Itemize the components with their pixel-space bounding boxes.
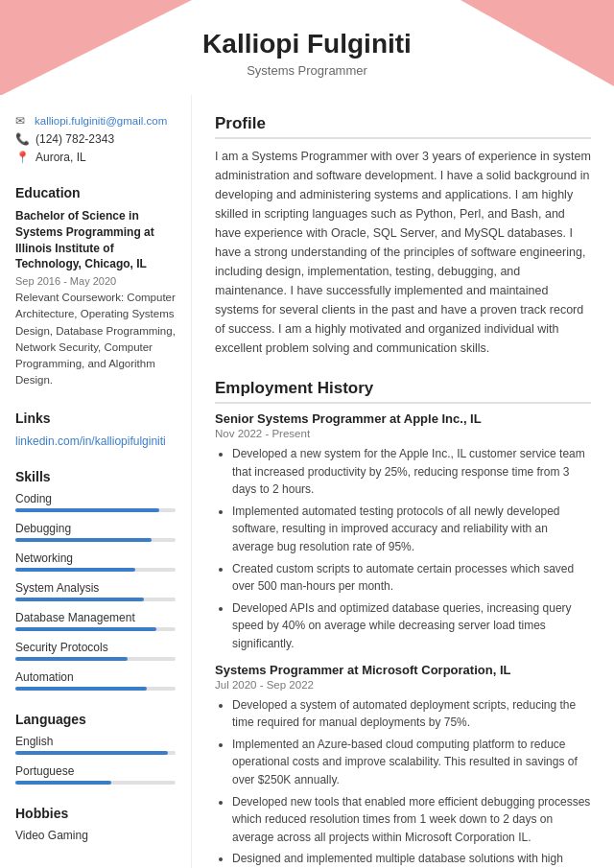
phone-text: (124) 782-2343 [35, 132, 114, 146]
language-name: Portuguese [15, 764, 176, 778]
main-layout: ✉ kalliopi.fulginiti@gmail.com 📞 (124) 7… [0, 95, 614, 868]
job-entry: Systems Programmer at Microsoft Corporat… [215, 663, 591, 868]
links-title: Links [15, 411, 176, 426]
skill-item: Database Management [15, 611, 176, 631]
skill-bar-fill [15, 657, 128, 661]
hobbies-list: Video Gaming [15, 829, 176, 842]
skill-bar-fill [15, 538, 152, 542]
skill-item: Debugging [15, 522, 176, 542]
language-bar-bg [15, 781, 176, 785]
email-item: ✉ kalliopi.fulginiti@gmail.com [15, 114, 176, 128]
header: Kalliopi Fulginiti Systems Programmer [0, 0, 614, 95]
language-bar-fill [15, 751, 168, 755]
skills-title: Skills [15, 469, 176, 484]
skill-item: Coding [15, 492, 176, 512]
profile-text: I am a Systems Programmer with over 3 ye… [215, 147, 591, 358]
email-link[interactable]: kalliopi.fulginiti@gmail.com [35, 115, 167, 127]
main-content: Profile I am a Systems Programmer with o… [192, 95, 614, 868]
profile-section: Profile I am a Systems Programmer with o… [215, 114, 591, 358]
location-icon: 📍 [15, 151, 30, 164]
skill-bar-fill [15, 568, 135, 572]
list-item: Developed a system of automated deployme… [232, 696, 591, 732]
skill-item: Security Protocols [15, 641, 176, 661]
education-title: Education [15, 185, 176, 200]
skill-bar-fill [15, 627, 156, 631]
skill-name: Automation [15, 670, 176, 684]
links-section: Links linkedin.com/in/kalliopifulginiti [15, 411, 176, 448]
job-bullets: Developed a new system for the Apple Inc… [215, 445, 591, 653]
list-item: Designed and implemented multiple databa… [232, 850, 591, 868]
languages-section: Languages English Portuguese [15, 712, 176, 785]
phone-icon: 📞 [15, 132, 30, 146]
language-name: English [15, 735, 176, 748]
employment-section: Employment History Senior Systems Progra… [215, 379, 591, 868]
skill-item: Networking [15, 551, 176, 572]
education-section: Education Bachelor of Science in Systems… [15, 185, 176, 389]
skill-bar-bg [15, 657, 176, 661]
skill-name: Coding [15, 492, 176, 505]
email-icon: ✉ [15, 114, 29, 128]
job-title: Senior Systems Programmer at Apple Inc.,… [215, 411, 591, 426]
job-bullets: Developed a system of automated deployme… [215, 696, 591, 868]
contact-section: ✉ kalliopi.fulginiti@gmail.com 📞 (124) 7… [15, 114, 176, 164]
skill-bar-fill [15, 508, 159, 512]
language-item: English [15, 735, 176, 755]
skill-bar-bg [15, 508, 176, 512]
list-item: Developed APIs and optimized database qu… [232, 599, 591, 653]
skill-bar-bg [15, 598, 176, 601]
skill-bar-bg [15, 687, 176, 691]
skill-item: System Analysis [15, 581, 176, 601]
hobbies-title: Hobbies [15, 806, 176, 821]
skill-bar-bg [15, 627, 176, 631]
skill-name: Database Management [15, 611, 176, 624]
hobby-item: Video Gaming [15, 829, 176, 842]
list-item: Developed new tools that enabled more ef… [232, 793, 591, 847]
education-dates: Sep 2016 - May 2020 [15, 275, 176, 287]
coursework-label: Relevant Coursework: [15, 292, 124, 303]
phone-item: 📞 (124) 782-2343 [15, 132, 176, 146]
job-dates: Jul 2020 - Sep 2022 [215, 679, 591, 691]
list-item: Implemented an Azure-based cloud computi… [232, 736, 591, 789]
list-item: Created custom scripts to automate certa… [232, 560, 591, 596]
skill-name: Networking [15, 551, 176, 565]
skill-bar-bg [15, 538, 176, 542]
language-item: Portuguese [15, 764, 176, 785]
coursework-text: Computer Architecture, Operating Systems… [15, 292, 176, 386]
language-bar-bg [15, 751, 176, 755]
skill-bar-fill [15, 687, 147, 691]
linkedin-link[interactable]: linkedin.com/in/kalliopifulginiti [15, 434, 166, 448]
employment-title: Employment History [215, 379, 591, 404]
skills-list: Coding Debugging Networking System Analy… [15, 492, 176, 691]
sidebar: ✉ kalliopi.fulginiti@gmail.com 📞 (124) 7… [0, 95, 192, 868]
language-bar-fill [15, 781, 111, 785]
languages-title: Languages [15, 712, 176, 727]
skill-item: Automation [15, 670, 176, 691]
skill-name: Debugging [15, 522, 176, 535]
candidate-name: Kalliopi Fulginiti [19, 29, 595, 59]
skill-name: Security Protocols [15, 641, 176, 654]
skills-section: Skills Coding Debugging Networking Syste… [15, 469, 176, 691]
education-degree: Bachelor of Science in Systems Programmi… [15, 208, 176, 272]
job-entry: Senior Systems Programmer at Apple Inc.,… [215, 411, 591, 653]
job-dates: Nov 2022 - Present [215, 428, 591, 439]
skill-bar-fill [15, 598, 144, 601]
languages-list: English Portuguese [15, 735, 176, 785]
skill-name: System Analysis [15, 581, 176, 595]
hobbies-section: Hobbies Video Gaming [15, 806, 176, 842]
jobs-list: Senior Systems Programmer at Apple Inc.,… [215, 411, 591, 868]
job-title: Systems Programmer at Microsoft Corporat… [215, 663, 591, 677]
skill-bar-bg [15, 568, 176, 572]
list-item: Developed a new system for the Apple Inc… [232, 445, 591, 499]
candidate-title: Systems Programmer [19, 63, 595, 78]
location-text: Aurora, IL [35, 151, 86, 164]
list-item: Implemented automated testing protocols … [232, 503, 591, 556]
location-item: 📍 Aurora, IL [15, 151, 176, 164]
profile-title: Profile [215, 114, 591, 139]
education-coursework: Relevant Coursework: Computer Architectu… [15, 290, 176, 389]
